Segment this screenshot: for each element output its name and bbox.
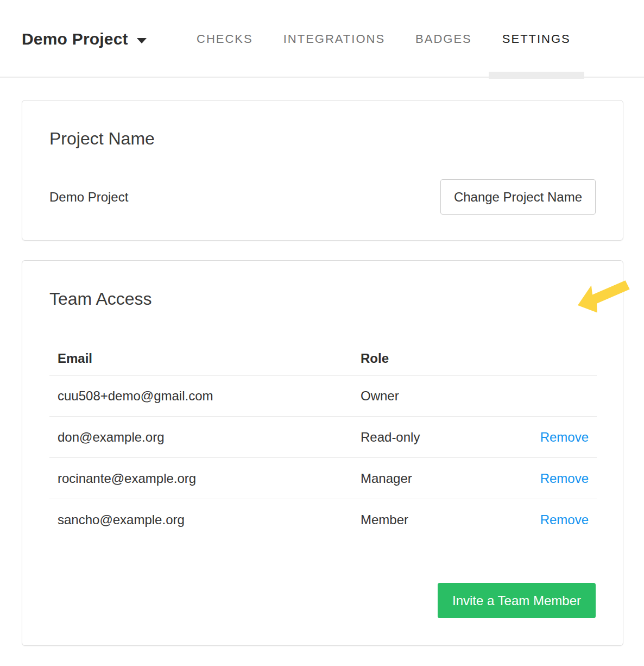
member-email: rocinante@example.org [49,458,352,499]
project-name-row: Demo Project Change Project Name [22,179,623,215]
member-actions [522,375,597,417]
tab-settings-label: SETTINGS [502,32,571,46]
tab-badges[interactable]: BADGES [415,32,472,46]
member-role: Owner [352,375,522,417]
column-header-email: Email [49,342,352,375]
member-role: Manager [352,458,522,499]
change-project-name-button[interactable]: Change Project Name [440,179,596,215]
nav-tabs: CHECKS INTEGRATIONS BADGES SETTINGS [197,0,571,78]
tab-checks[interactable]: CHECKS [197,32,253,46]
project-name-card: Project Name Demo Project Change Project… [22,100,623,241]
top-navbar: Demo Project CHECKS INTEGRATIONS BADGES … [0,0,644,78]
member-email: don@example.org [49,417,352,458]
member-email: cuu508+demo@gmail.com [49,375,352,417]
arrow-left-shape [573,273,633,318]
arrow-left-annotation-icon [570,271,644,321]
member-actions: Remove [522,417,597,458]
member-actions: Remove [522,499,597,541]
invite-team-member-button[interactable]: Invite a Team Member [438,583,596,618]
member-role: Member [352,499,522,541]
member-email: sancho@example.org [49,499,352,541]
invite-row: Invite a Team Member [22,583,623,618]
team-access-card-title: Team Access [22,261,623,311]
table-header-row: Email Role [49,342,597,375]
table-row: sancho@example.org Member Remove [49,499,597,541]
column-header-role: Role [352,342,522,375]
tab-integrations[interactable]: INTEGRATIONS [283,32,385,46]
project-switcher-label: Demo Project [22,30,128,48]
project-switcher[interactable]: Demo Project [22,0,147,78]
column-header-actions [522,342,597,375]
project-name-card-title: Project Name [22,100,623,150]
remove-member-link[interactable]: Remove [540,471,589,486]
team-access-card: Team Access Email Role cuu508+demo@gmail… [22,260,623,646]
remove-member-link[interactable]: Remove [540,512,589,527]
team-members-table: Email Role cuu508+demo@gmail.com Owner d… [49,342,597,540]
table-row: rocinante@example.org Manager Remove [49,458,597,499]
table-row: don@example.org Read-only Remove [49,417,597,458]
table-row: cuu508+demo@gmail.com Owner [49,375,597,417]
current-project-name: Demo Project [49,190,128,205]
caret-down-icon [137,38,147,43]
active-tab-indicator [489,72,584,79]
member-role: Read-only [352,417,522,458]
tab-settings[interactable]: SETTINGS [502,32,571,46]
member-actions: Remove [522,458,597,499]
remove-member-link[interactable]: Remove [540,430,589,444]
